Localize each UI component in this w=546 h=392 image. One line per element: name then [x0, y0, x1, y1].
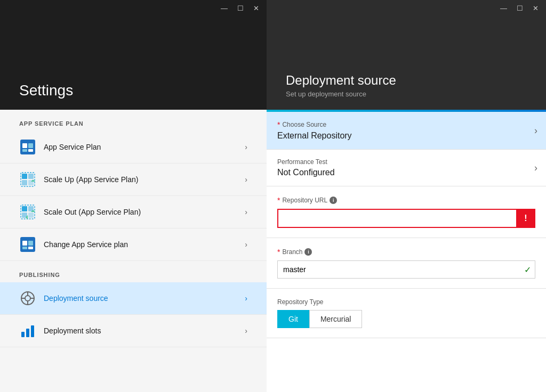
left-content: APP SERVICE PLAN App Service Plan › — [0, 110, 267, 392]
sidebar-item-app-service-plan-chevron: › — [245, 143, 247, 151]
right-maximize-btn[interactable]: ☐ — [517, 4, 523, 12]
sidebar-item-app-service-plan-label: App Service Plan — [44, 143, 245, 151]
repository-url-label: * Repository URL i — [277, 196, 535, 205]
branch-required-star: * — [277, 248, 280, 256]
sidebar-item-change-plan-chevron: › — [245, 240, 247, 249]
sidebar-item-deployment-source-chevron: › — [245, 294, 247, 303]
sidebar-item-change-plan[interactable]: Change App Service plan › — [0, 228, 267, 261]
scale-out-icon — [19, 203, 36, 220]
sidebar-item-app-service-plan[interactable]: App Service Plan › — [0, 131, 267, 164]
branch-label: * Branch i — [277, 248, 535, 256]
performance-test-label: Performance Test — [277, 158, 535, 166]
svg-rect-31 — [26, 329, 29, 337]
left-header: Settings — [0, 17, 267, 110]
performance-test-chevron: › — [534, 162, 537, 174]
right-close-btn[interactable]: ✕ — [533, 4, 539, 12]
repo-type-label: Repository Type — [277, 298, 535, 306]
branch-input[interactable] — [277, 260, 535, 279]
sidebar-item-deployment-source-label: Deployment source — [44, 294, 245, 303]
branch-info-icon[interactable]: i — [304, 248, 312, 256]
svg-rect-1 — [22, 143, 27, 148]
left-title: Settings — [19, 82, 73, 99]
sidebar-item-deployment-slots-label: Deployment slots — [44, 326, 245, 335]
svg-rect-23 — [28, 247, 33, 249]
branch-input-wrapper: ✓ — [277, 260, 535, 279]
right-header: Deployment source Set up deployment sour… — [267, 17, 546, 110]
deployment-source-icon — [19, 290, 36, 307]
sidebar-item-scale-up[interactable]: Scale Up (App Service Plan) › — [0, 164, 267, 196]
sidebar-item-change-plan-label: Change App Service plan — [44, 240, 245, 249]
left-window-chrome: — ☐ ✕ — [0, 0, 267, 17]
choose-source-label: * Choose Source — [277, 120, 535, 129]
right-minimize-btn[interactable]: — — [500, 4, 507, 12]
repo-type-section: Repository Type Git Mercurial — [267, 289, 546, 338]
svg-rect-13 — [22, 206, 27, 211]
repository-url-input[interactable] — [277, 209, 535, 228]
repo-type-mercurial-btn[interactable]: Mercurial — [309, 310, 363, 328]
app-service-plan-icon — [19, 138, 36, 156]
svg-rect-20 — [22, 241, 27, 246]
right-panel: — ☐ ✕ Deployment source Set up deploymen… — [267, 0, 546, 392]
branch-valid-indicator: ✓ — [524, 265, 531, 275]
svg-rect-32 — [31, 325, 34, 337]
left-close-btn[interactable]: ✕ — [253, 4, 259, 12]
sidebar-item-scale-out-label: Scale Out (App Service Plan) — [44, 208, 245, 216]
change-plan-icon — [19, 236, 36, 253]
left-maximize-btn[interactable]: ☐ — [237, 4, 244, 12]
branch-section: * Branch i ✓ — [267, 238, 546, 289]
right-subtitle: Set up deployment source — [286, 90, 527, 98]
right-content: * Choose Source External Repository › Pe… — [267, 110, 546, 392]
performance-test-value: Not Configured — [277, 168, 535, 177]
svg-rect-2 — [28, 143, 33, 148]
choose-source-required-star: * — [277, 120, 280, 129]
choose-source-row[interactable]: * Choose Source External Repository › — [267, 112, 546, 150]
performance-test-row[interactable]: Performance Test Not Configured › — [267, 150, 546, 186]
sidebar-item-deployment-slots-chevron: › — [245, 326, 247, 335]
sidebar-item-deployment-slots[interactable]: Deployment slots › — [0, 315, 267, 347]
sidebar-item-scale-out[interactable]: Scale Out (App Service Plan) › — [0, 196, 267, 228]
left-minimize-btn[interactable]: — — [221, 4, 228, 12]
sidebar-item-scale-up-chevron: › — [245, 175, 247, 184]
sidebar-item-scale-out-chevron: › — [245, 208, 247, 216]
repo-url-info-icon[interactable]: i — [330, 197, 337, 204]
svg-rect-8 — [28, 174, 34, 179]
repo-type-git-btn[interactable]: Git — [277, 310, 309, 328]
svg-rect-3 — [22, 149, 27, 152]
sidebar-item-scale-up-label: Scale Up (App Service Plan) — [44, 175, 245, 184]
svg-point-25 — [25, 296, 30, 301]
repository-url-section: * Repository URL i ! — [267, 186, 546, 238]
svg-rect-16 — [28, 213, 34, 218]
scale-up-icon — [19, 171, 36, 188]
svg-rect-30 — [21, 332, 25, 337]
right-title: Deployment source — [286, 73, 527, 88]
svg-rect-22 — [22, 247, 27, 249]
section-label-app-service-plan: APP SERVICE PLAN — [0, 110, 267, 131]
svg-rect-9 — [22, 180, 27, 185]
svg-rect-7 — [22, 174, 27, 179]
repo-url-error-indicator: ! — [516, 209, 535, 228]
repo-type-radio-group: Git Mercurial — [277, 310, 535, 328]
section-label-publishing: PUBLISHING — [0, 261, 267, 282]
svg-rect-21 — [28, 241, 33, 246]
deployment-slots-icon — [19, 322, 36, 339]
svg-rect-4 — [28, 149, 33, 152]
sidebar-item-deployment-source[interactable]: Deployment source › — [0, 282, 267, 315]
choose-source-value: External Repository — [277, 131, 535, 141]
repo-url-required-star: * — [277, 196, 280, 205]
right-window-chrome: — ☐ ✕ — [267, 0, 546, 17]
choose-source-chevron: › — [534, 125, 537, 136]
left-panel: — ☐ ✕ Settings APP SERVICE PLAN App Serv… — [0, 0, 267, 392]
repository-url-input-wrapper: ! — [277, 209, 535, 228]
